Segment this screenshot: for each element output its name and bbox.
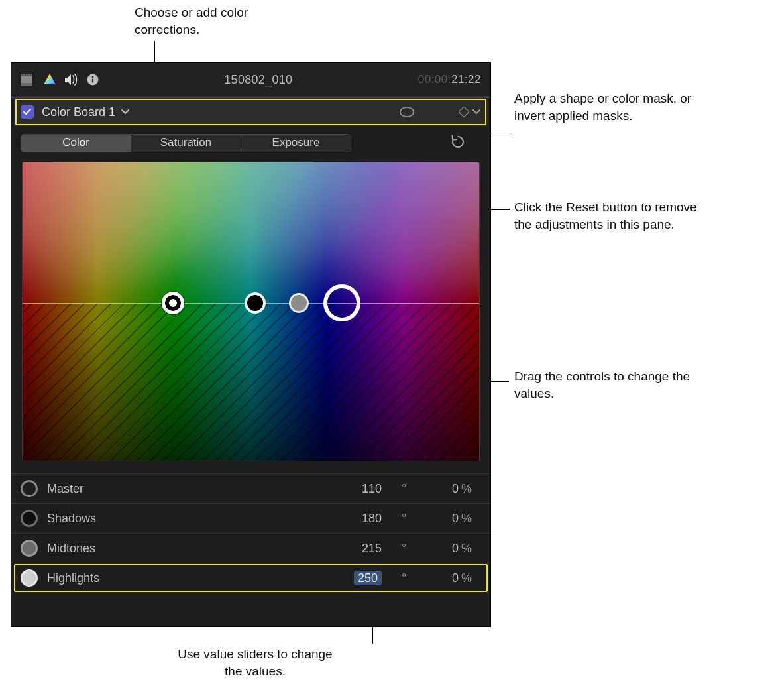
reset-button[interactable] <box>451 135 467 150</box>
effect-enable-checkbox[interactable] <box>21 105 34 119</box>
row-midtones: Midtones 215 ° 0 % <box>11 534 490 563</box>
color-board[interactable] <box>22 162 480 461</box>
tab-saturation[interactable]: Saturation <box>131 135 241 152</box>
row-icon-shadows <box>21 510 38 527</box>
unit-degree: ° <box>399 482 419 496</box>
value-degrees-selected[interactable]: 250 <box>354 571 382 585</box>
puck-highlights[interactable] <box>323 284 360 321</box>
svg-rect-2 <box>21 83 32 86</box>
segmented-control: Color Saturation Exposure <box>21 134 351 152</box>
svg-rect-12 <box>459 107 469 117</box>
unit-degree: ° <box>399 571 419 585</box>
callout-corrections: Choose or add color corrections. <box>135 4 300 38</box>
row-label: Highlights <box>47 571 342 585</box>
svg-point-4 <box>25 74 26 76</box>
value-percent[interactable]: 0 <box>419 571 459 585</box>
unit-percent: % <box>459 512 478 526</box>
svg-point-9 <box>92 76 94 78</box>
mask-button[interactable] <box>398 105 416 119</box>
chevron-down-icon[interactable] <box>472 109 481 115</box>
unit-degree: ° <box>399 542 419 555</box>
info-icon[interactable] <box>87 74 99 86</box>
clip-name: 150802_010 <box>105 73 412 87</box>
row-icon-master <box>21 480 38 497</box>
value-percent[interactable]: 0 <box>419 482 459 496</box>
callout-reset: Click the Reset button to remove the adj… <box>514 199 700 233</box>
row-label: Shadows <box>47 512 342 526</box>
svg-point-11 <box>400 107 414 117</box>
callout-mask: Apply a shape or color mask, or invert a… <box>514 90 696 124</box>
effect-row: Color Board 1 <box>14 98 488 126</box>
color-icon[interactable] <box>43 73 56 86</box>
row-icon-midtones <box>21 540 38 557</box>
effect-title[interactable]: Color Board 1 <box>42 105 115 119</box>
row-highlights: Highlights 250 ° 0 % <box>11 563 490 593</box>
puck-midtones[interactable] <box>289 293 309 313</box>
audio-icon[interactable] <box>64 74 79 86</box>
value-degrees[interactable]: 250 <box>342 571 382 585</box>
tab-exposure[interactable]: Exposure <box>241 135 351 152</box>
unit-percent: % <box>459 482 478 496</box>
callout-drag: Drag the controls to change the values. <box>514 368 700 402</box>
value-degrees[interactable]: 110 <box>342 482 382 496</box>
svg-rect-10 <box>92 79 93 83</box>
puck-shadows[interactable] <box>245 292 266 314</box>
hatch-overlay <box>23 303 479 461</box>
row-label: Master <box>47 482 342 496</box>
value-percent[interactable]: 0 <box>419 512 459 526</box>
unit-degree: ° <box>399 512 419 526</box>
value-rows: Master 110 ° 0 % Shadows 180 ° 0 % Midto… <box>11 473 490 593</box>
value-degrees[interactable]: 215 <box>342 542 382 555</box>
color-inspector-panel: 150802_010 00:00:21:22 Color Board 1 <box>11 63 490 626</box>
svg-rect-0 <box>21 75 32 84</box>
svg-point-5 <box>27 74 28 76</box>
video-icon[interactable] <box>21 74 35 86</box>
svg-point-6 <box>30 74 31 76</box>
timecode: 00:00:21:22 <box>418 73 481 86</box>
panel-header: 150802_010 00:00:21:22 <box>11 63 490 97</box>
row-label: Midtones <box>47 542 342 555</box>
unit-percent: % <box>459 571 478 585</box>
value-percent[interactable]: 0 <box>419 542 459 555</box>
keyframe-icon[interactable] <box>459 107 469 117</box>
unit-percent: % <box>459 542 478 555</box>
timecode-active: 21:22 <box>451 73 481 86</box>
puck-master[interactable] <box>162 292 184 314</box>
row-shadows: Shadows 180 ° 0 % <box>11 504 490 534</box>
row-icon-highlights <box>21 569 38 587</box>
tab-color[interactable]: Color <box>21 135 131 152</box>
svg-marker-7 <box>44 74 56 84</box>
value-degrees[interactable]: 180 <box>342 512 382 526</box>
tab-row: Color Saturation Exposure <box>14 133 488 154</box>
chevron-down-icon[interactable] <box>121 109 130 115</box>
timecode-dim: 00:00: <box>418 73 451 86</box>
callout-sliders: Use value sliders to change the values. <box>172 646 338 679</box>
svg-point-3 <box>22 74 23 76</box>
row-master: Master 110 ° 0 % <box>11 474 490 504</box>
